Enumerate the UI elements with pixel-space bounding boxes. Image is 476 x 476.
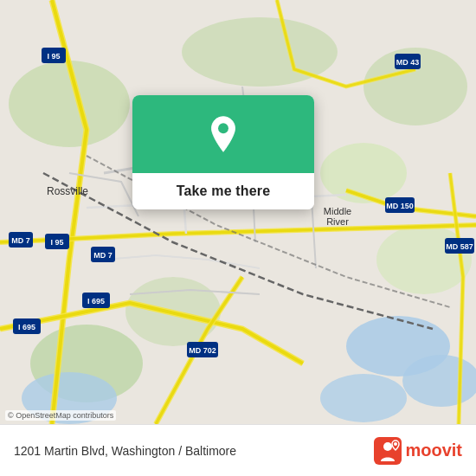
svg-text:River: River <box>326 216 349 227</box>
svg-text:I 695: I 695 <box>18 323 35 331</box>
moovit-logo: moovit <box>374 437 462 465</box>
location-pin-icon <box>204 115 242 153</box>
svg-point-10 <box>320 374 407 422</box>
svg-text:I 95: I 95 <box>47 52 60 61</box>
svg-text:MD 150: MD 150 <box>386 202 414 210</box>
svg-text:MD 7: MD 7 <box>11 236 30 245</box>
svg-point-37 <box>383 442 392 451</box>
take-me-there-button[interactable]: Take me there <box>132 173 314 209</box>
svg-text:MD 43: MD 43 <box>396 58 420 67</box>
popup-card: Take me there <box>132 95 314 209</box>
svg-text:MD 702: MD 702 <box>189 346 216 355</box>
svg-text:Middle: Middle <box>324 206 351 216</box>
svg-text:Rossville: Rossville <box>47 185 88 197</box>
map-attribution: © OpenStreetMap contributors <box>5 410 116 421</box>
svg-text:MD 587: MD 587 <box>446 242 473 251</box>
svg-text:I 695: I 695 <box>87 297 105 306</box>
address-label: 1201 Martin Blvd, Washington / Baltimore <box>14 444 236 458</box>
svg-point-35 <box>218 123 228 133</box>
popup-green-header <box>132 95 314 173</box>
svg-point-38 <box>394 442 397 446</box>
moovit-brand-text: moovit <box>405 441 462 460</box>
map-container: I 95 I 95 I 695 I 695 MD 7 MD 7 MD 702 M… <box>0 0 476 424</box>
svg-text:I 95: I 95 <box>50 238 63 247</box>
map-background: I 95 I 95 I 695 I 695 MD 7 MD 7 MD 702 M… <box>0 0 476 424</box>
footer-bar: 1201 Martin Blvd, Washington / Baltimore… <box>0 424 476 476</box>
moovit-brand-icon <box>374 437 402 465</box>
svg-text:MD 7: MD 7 <box>93 251 113 260</box>
